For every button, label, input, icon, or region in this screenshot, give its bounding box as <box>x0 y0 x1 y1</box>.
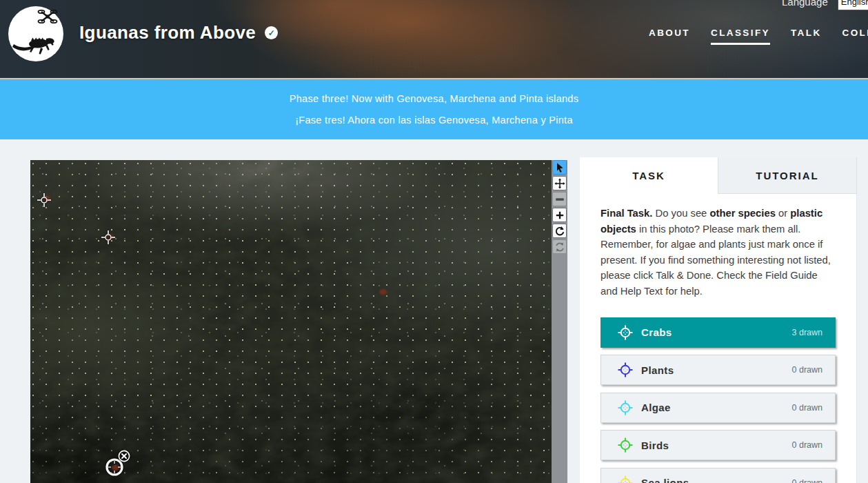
project-logo[interactable] <box>8 6 63 61</box>
project-title: Iguanas from Above <box>79 22 256 43</box>
zoom-out-button[interactable] <box>552 192 567 206</box>
task-text-segment: Do you see <box>652 208 709 219</box>
species-label: Crabs <box>641 326 672 338</box>
announcement-line-en: Phase three! Now with Genovesa, Marchena… <box>290 93 579 104</box>
species-label: Sea lions <box>641 477 689 483</box>
photo-grain <box>30 160 552 483</box>
species-count: 0 drawn <box>792 403 822 413</box>
task-text-segment: Final Task. <box>600 208 652 219</box>
page: Iguanas from Above ✓ Language English AB… <box>0 0 868 483</box>
panel-tab[interactable]: TASK <box>580 157 718 194</box>
task-content: Final Task. Do you see other species or … <box>580 194 857 483</box>
species-button[interactable]: Algae 0 drawn <box>600 393 836 423</box>
crab-marker[interactable] <box>100 229 117 246</box>
pointer-tool-button[interactable] <box>552 160 567 175</box>
reset-button[interactable] <box>552 239 567 254</box>
crab-spot <box>379 289 387 295</box>
announcement-line-es: ¡Fase tres! Ahora con las islas Genovesa… <box>295 115 573 126</box>
species-button[interactable]: Plants 0 drawn <box>600 355 836 385</box>
verified-badge-icon: ✓ <box>265 26 278 39</box>
drone-icon <box>39 10 57 23</box>
nav-link[interactable]: ABOUT <box>649 28 690 38</box>
crab-marker[interactable] <box>103 455 126 479</box>
species-count: 3 drawn <box>792 328 822 337</box>
species-button[interactable]: Sea lions 0 drawn <box>600 468 836 483</box>
nav-link[interactable]: COLLECT <box>842 28 868 38</box>
species-label: Plants <box>641 364 674 376</box>
main-nav: ABOUTCLASSIFYTALKCOLLECT <box>649 28 868 38</box>
species-count: 0 drawn <box>792 365 822 375</box>
language-label: Language <box>782 0 828 8</box>
subject-image[interactable] <box>30 160 552 483</box>
move-icon <box>554 178 565 189</box>
classify-panel: TASKTUTORIAL Final Task. Do you see othe… <box>580 157 857 483</box>
zoom-in-button[interactable] <box>552 208 567 222</box>
crosshair-icon <box>618 325 633 340</box>
panel-tabs: TASKTUTORIAL <box>580 157 857 194</box>
crosshair-icon <box>618 362 633 377</box>
zoom-in-icon <box>554 210 565 221</box>
species-label: Birds <box>641 440 669 451</box>
nav-link[interactable]: CLASSIFY <box>711 28 770 38</box>
move-tool-button[interactable] <box>552 176 567 190</box>
crab-marker[interactable] <box>36 192 52 208</box>
iguana-icon <box>8 6 63 61</box>
crosshair-icon <box>618 400 633 415</box>
panel-tab[interactable]: TUTORIAL <box>718 157 857 194</box>
task-text-segment: or <box>776 208 790 219</box>
announcement-banner: Phase three! Now with Genovesa, Marchena… <box>0 78 868 139</box>
species-button[interactable]: Birds 0 drawn <box>600 430 836 460</box>
species-count: 0 drawn <box>792 440 822 450</box>
image-toolbar <box>552 160 567 483</box>
rotate-icon <box>554 226 565 237</box>
rotate-button[interactable] <box>552 224 567 238</box>
species-label: Algae <box>641 402 671 413</box>
delete-marker-button[interactable] <box>118 450 130 462</box>
crosshair-icon <box>618 475 633 483</box>
site-header: Iguanas from Above ✓ Language English AB… <box>0 0 868 78</box>
species-count: 0 drawn <box>792 478 822 483</box>
species-button[interactable]: Crabs 3 drawn <box>600 317 836 348</box>
task-text-segment: other species <box>709 208 775 219</box>
crosshair-icon <box>618 437 633 453</box>
pointer-icon <box>554 162 565 173</box>
task-instructions: Final Task. Do you see other species or … <box>600 206 835 299</box>
language-select[interactable]: English <box>838 0 868 10</box>
reset-icon <box>554 241 565 253</box>
nav-link[interactable]: TALK <box>791 28 822 38</box>
species-list: Crabs 3 drawn <box>600 317 835 483</box>
zoom-out-icon <box>554 194 565 205</box>
